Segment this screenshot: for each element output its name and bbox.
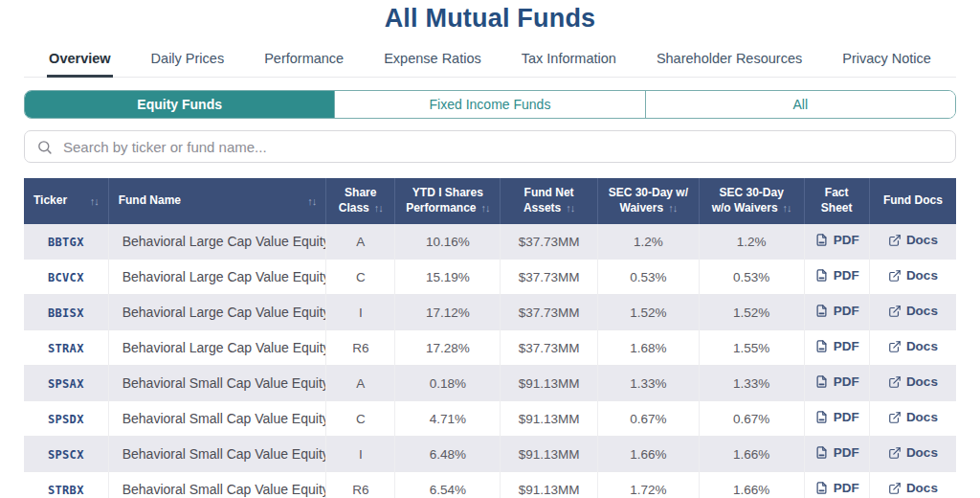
pdf-file-icon	[814, 268, 829, 283]
column-header-sec-30-day-w-o-waivers[interactable]: SEC 30-Day w/o Waivers↑↓	[699, 178, 804, 224]
filter-fixed-income-funds[interactable]: Fixed Income Funds	[335, 91, 645, 118]
sec-30day-without-waivers-cell: 0.53%	[699, 260, 804, 295]
sec-30day-with-waivers-cell: 0.67%	[597, 401, 699, 437]
ticker-link[interactable]: SPSAX	[48, 377, 84, 391]
fund-docs-link[interactable]: Docs	[888, 233, 938, 247]
fact-sheet-link[interactable]: PDF	[814, 481, 859, 495]
ytd-performance-cell: 17.12%	[395, 295, 501, 330]
ticker-cell: STRAX	[24, 330, 108, 366]
fact-sheet-link[interactable]: PDF	[814, 339, 859, 353]
ticker-link[interactable]: SPSDX	[48, 413, 84, 426]
share-class-cell: A	[326, 224, 395, 260]
tab-bar: Overview Daily Prices Performance Expens…	[24, 45, 956, 78]
ticker-cell: SPSDX	[24, 401, 108, 437]
column-header-fund-net-assets[interactable]: Fund Net Assets↑↓	[501, 178, 598, 224]
column-header-fact-sheet: Fact Sheet	[804, 178, 869, 224]
search-icon	[36, 139, 53, 155]
table-row: BCVCX Behavioral Large Cap Value Equity …	[24, 260, 956, 295]
ytd-performance-cell: 6.48%	[395, 437, 501, 472]
pdf-file-icon	[814, 339, 829, 353]
column-header-fund-docs: Fund Docs	[869, 178, 956, 224]
column-header-sec-30-day-w-waivers[interactable]: SEC 30-Day w/ Waivers↑↓	[597, 178, 699, 224]
fact-sheet-link[interactable]: PDF	[814, 268, 859, 283]
tab-tax-information[interactable]: Tax Information	[520, 45, 618, 78]
fact-sheet-link[interactable]: PDF	[814, 304, 859, 318]
fund-docs-link[interactable]: Docs	[888, 410, 938, 424]
table-row: STRBX Behavioral Small Cap Value Equity …	[24, 472, 956, 498]
ticker-link[interactable]: BBISX	[48, 306, 84, 320]
sort-arrows-icon: ↑↓	[668, 202, 677, 214]
table-row: SPSAX Behavioral Small Cap Value Equity …	[24, 366, 956, 401]
tab-overview[interactable]: Overview	[47, 45, 113, 78]
fund-name-cell: Behavioral Large Cap Value Equity Fund	[108, 295, 325, 330]
ticker-link[interactable]: BBTGX	[48, 236, 84, 249]
fund-docs-cell: Docs	[869, 401, 956, 437]
tab-daily-prices[interactable]: Daily Prices	[149, 45, 227, 78]
fact-sheet-cell: PDF	[804, 472, 869, 498]
fund-docs-link[interactable]: Docs	[888, 445, 938, 460]
fund-docs-link[interactable]: Docs	[888, 481, 938, 495]
sec-30day-without-waivers-cell: 1.66%	[699, 472, 804, 498]
ticker-link[interactable]: STRBX	[48, 484, 84, 497]
sec-30day-with-waivers-cell: 1.66%	[597, 437, 699, 472]
column-header-ytd-i-shares-performance[interactable]: YTD I Shares Performance↑↓	[395, 178, 501, 224]
filter-equity-funds[interactable]: Equity Funds	[25, 91, 335, 118]
sec-30day-with-waivers-cell: 1.72%	[597, 472, 699, 498]
ticker-cell: BBTGX	[24, 224, 108, 260]
table-row: BBTGX Behavioral Large Cap Value Equity …	[24, 224, 956, 260]
pdf-file-icon	[814, 304, 829, 318]
ytd-performance-cell: 17.28%	[395, 330, 501, 366]
tab-expense-ratios[interactable]: Expense Ratios	[382, 45, 483, 78]
table-header-row: Ticker↑↓ Fund Name↑↓ Share Class↑↓ YTD I…	[24, 178, 956, 224]
page-title: All Mutual Funds	[0, 4, 980, 34]
fact-sheet-link[interactable]: PDF	[814, 410, 859, 424]
fund-name-cell: Behavioral Small Cap Value Equity Fund	[108, 401, 325, 437]
fund-type-filter: Equity Funds Fixed Income Funds All	[24, 90, 956, 119]
ticker-link[interactable]: BCVCX	[48, 271, 84, 284]
filter-all[interactable]: All	[646, 91, 955, 118]
column-header-ticker[interactable]: Ticker↑↓	[24, 178, 108, 224]
fund-docs-cell: Docs	[869, 437, 956, 472]
share-class-cell: I	[326, 437, 395, 472]
fact-sheet-cell: PDF	[804, 366, 869, 401]
fund-docs-link[interactable]: Docs	[888, 304, 938, 318]
tab-privacy-notice[interactable]: Privacy Notice	[840, 45, 933, 78]
sort-arrows-icon: ↑↓	[566, 202, 574, 214]
pdf-file-icon	[814, 410, 829, 424]
column-header-fund-name[interactable]: Fund Name↑↓	[108, 178, 325, 224]
external-link-icon	[888, 305, 902, 318]
fund-docs-link[interactable]: Docs	[888, 339, 938, 353]
sec-30day-without-waivers-cell: 1.33%	[699, 366, 804, 401]
fund-docs-link[interactable]: Docs	[888, 374, 938, 389]
sec-30day-with-waivers-cell: 0.53%	[597, 260, 699, 295]
fact-sheet-cell: PDF	[804, 260, 869, 295]
ticker-link[interactable]: SPSCX	[48, 448, 84, 462]
column-header-share-class[interactable]: Share Class↑↓	[326, 178, 395, 224]
external-link-icon	[888, 482, 902, 495]
tab-shareholder-resources[interactable]: Shareholder Resources	[655, 45, 804, 78]
fact-sheet-cell: PDF	[804, 437, 869, 472]
fact-sheet-link[interactable]: PDF	[814, 374, 859, 389]
ytd-performance-cell: 4.71%	[395, 401, 501, 437]
net-assets-cell: $91.13MM	[501, 366, 598, 401]
fact-sheet-cell: PDF	[804, 330, 869, 366]
ticker-link[interactable]: STRAX	[48, 342, 84, 355]
fund-name-cell: Behavioral Large Cap Value Equity Fund	[108, 330, 325, 366]
fact-sheet-link[interactable]: PDF	[814, 445, 859, 460]
fund-docs-cell: Docs	[869, 295, 956, 330]
external-link-icon	[888, 375, 902, 389]
net-assets-cell: $37.73MM	[501, 330, 598, 366]
tab-performance[interactable]: Performance	[262, 45, 345, 78]
fund-docs-link[interactable]: Docs	[888, 268, 938, 283]
ytd-performance-cell: 15.19%	[395, 260, 501, 295]
fund-docs-cell: Docs	[869, 366, 956, 401]
pdf-file-icon	[814, 481, 829, 495]
search-input[interactable]	[61, 138, 944, 156]
net-assets-cell: $91.13MM	[501, 401, 598, 437]
fact-sheet-link[interactable]: PDF	[814, 233, 859, 247]
fact-sheet-cell: PDF	[804, 295, 869, 330]
fund-docs-cell: Docs	[869, 224, 956, 260]
external-link-icon	[888, 446, 902, 460]
share-class-cell: I	[326, 295, 395, 330]
sec-30day-with-waivers-cell: 1.52%	[597, 295, 699, 330]
